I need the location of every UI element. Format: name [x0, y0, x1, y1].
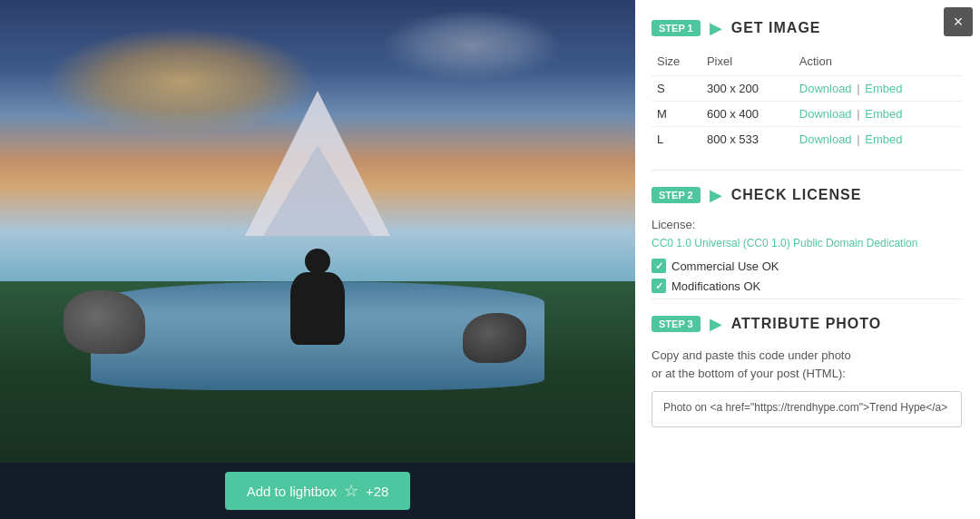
download-link[interactable]: Download — [799, 82, 852, 95]
divider-1 — [652, 170, 962, 171]
col-header-pixel: Pixel — [701, 51, 794, 76]
attribution-code-box[interactable]: Photo on <a href="https://trendhype.com"… — [652, 391, 962, 427]
download-table: Size Pixel Action S 300 x 200 Download |… — [652, 51, 962, 152]
action-cell: Download | Embed — [794, 102, 962, 127]
col-header-action: Action — [794, 51, 962, 76]
download-link[interactable]: Download — [799, 107, 852, 121]
rock-right-shape — [463, 313, 526, 363]
license-link[interactable]: CC0 1.0 Universal (CC0 1.0) Public Domai… — [652, 237, 962, 250]
checkbox-checked-icon — [652, 279, 666, 293]
step1-badge: STEP 1 — [652, 20, 701, 36]
action-cell: Download | Embed — [794, 127, 962, 152]
license-label: License: — [652, 218, 962, 231]
checkbox-label: Modifications OK — [671, 279, 760, 293]
step2-title: CHECK LICENSE — [731, 187, 862, 203]
checkbox-label: Commercial Use OK — [671, 260, 779, 273]
step1-arrow: ▶ — [710, 18, 722, 38]
rock-left-shape — [64, 290, 145, 354]
close-icon: × — [954, 13, 964, 32]
star-icon: ☆ — [344, 481, 358, 501]
pixel-cell: 800 x 533 — [701, 127, 794, 152]
size-cell: L — [652, 127, 701, 152]
photo-panel: Add to lightbox ☆ +28 — [0, 0, 635, 519]
pixel-cell: 600 x 400 — [701, 102, 794, 127]
download-link[interactable]: Download — [799, 132, 852, 146]
copy-line1: Copy and paste this code under photo — [652, 348, 851, 362]
size-cell: M — [652, 102, 701, 127]
pixel-cell: 300 x 200 — [701, 76, 794, 102]
size-cell: S — [652, 76, 701, 102]
photo-container — [0, 0, 635, 463]
step3-badge: STEP 3 — [652, 316, 701, 332]
mountain-shape — [245, 91, 390, 236]
copy-instructions: Copy and paste this code under photo or … — [652, 347, 962, 382]
bottom-bar: Add to lightbox ☆ +28 — [0, 463, 635, 519]
step3-arrow: ▶ — [710, 314, 722, 334]
col-header-size: Size — [652, 51, 701, 76]
license-section: License: CC0 1.0 Universal (CC0 1.0) Pub… — [652, 218, 962, 293]
step3-section: STEP 3 ▶ ATTRIBUTE PHOTO Copy and paste … — [652, 314, 962, 427]
checkbox-row: Modifications OK — [652, 279, 962, 293]
table-row: S 300 x 200 Download | Embed — [652, 76, 962, 102]
step2-arrow: ▶ — [710, 185, 722, 205]
person-body — [290, 272, 345, 345]
table-row: M 600 x 400 Download | Embed — [652, 102, 962, 127]
copy-line2: or at the bottom of your post (HTML): — [652, 367, 846, 380]
divider-2 — [652, 299, 962, 299]
add-to-lightbox-button[interactable]: Add to lightbox ☆ +28 — [225, 472, 411, 510]
embed-link[interactable]: Embed — [865, 107, 902, 121]
embed-link[interactable]: Embed — [865, 132, 902, 146]
checkbox-row: Commercial Use OK — [652, 259, 962, 273]
action-cell: Download | Embed — [794, 76, 962, 102]
separator: | — [857, 132, 859, 146]
step3-header: STEP 3 ▶ ATTRIBUTE PHOTO — [652, 314, 962, 334]
step2-badge: STEP 2 — [652, 187, 701, 203]
lightbox-count: +28 — [366, 484, 388, 499]
close-button[interactable]: × — [944, 7, 973, 36]
checkbox-checked-icon — [652, 259, 666, 273]
step1-header: STEP 1 ▶ GET IMAGE — [652, 18, 962, 38]
step1-title: GET IMAGE — [731, 20, 821, 36]
separator: | — [857, 107, 859, 121]
right-panel: STEP 1 ▶ GET IMAGE Size Pixel Action S 3… — [635, 0, 980, 519]
person-head — [305, 249, 330, 274]
step3-title: ATTRIBUTE PHOTO — [731, 316, 882, 332]
photo-background — [0, 0, 635, 463]
step2-header: STEP 2 ▶ CHECK LICENSE — [652, 185, 962, 205]
table-row: L 800 x 533 Download | Embed — [652, 127, 962, 152]
embed-link[interactable]: Embed — [865, 82, 902, 95]
person-silhouette — [290, 249, 345, 345]
separator: | — [857, 82, 859, 95]
button-label-text: Add to lightbox — [247, 484, 337, 499]
